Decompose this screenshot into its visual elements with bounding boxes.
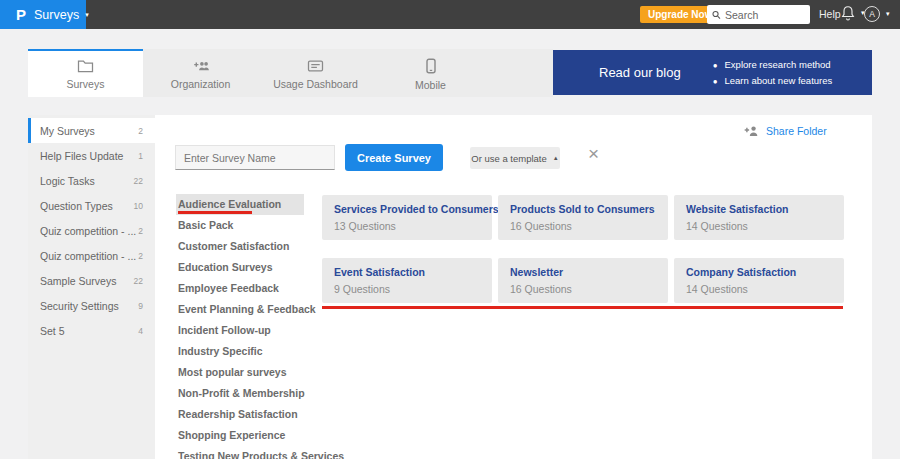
- bullet-dot: ●: [713, 77, 718, 86]
- sidebar-item-logic-tasks[interactable]: Logic Tasks 22: [28, 168, 155, 193]
- sidebar-item-help-files-update[interactable]: Help Files Update 1: [28, 143, 155, 168]
- close-icon[interactable]: ×: [588, 144, 599, 163]
- bell-icon: [841, 5, 855, 21]
- blog-banner-bullets: ●Explore research method ●Learn about ne…: [713, 57, 833, 89]
- sidebar-item-quiz-competition-1[interactable]: Quiz competition - ... 2: [28, 218, 155, 243]
- category-label: Incident Follow-up: [178, 324, 271, 336]
- sidebar-item-count: 2: [138, 126, 143, 136]
- bullet-dot: ●: [713, 61, 718, 70]
- category-label: Non-Profit & Membership: [178, 387, 305, 399]
- tab-organization[interactable]: Organization: [143, 49, 258, 97]
- sidebar-item-my-surveys[interactable]: My Surveys 2: [28, 118, 155, 143]
- category-label: Testing New Products & Services: [178, 450, 344, 459]
- add-person-icon: [744, 125, 759, 137]
- top-bar: P Surveys ▾ Upgrade Now Help ▾ A ▾: [0, 0, 900, 29]
- chevron-up-icon: ▲: [553, 155, 559, 161]
- tab-label: Organization: [171, 78, 231, 90]
- account-menu[interactable]: A ▾: [864, 6, 890, 22]
- category-audience-evaluation[interactable]: Audience Evaluation: [176, 194, 304, 215]
- category-industry-specific[interactable]: Industry Specific: [176, 341, 304, 362]
- category-most-popular-surveys[interactable]: Most popular surveys: [176, 362, 304, 383]
- category-label: Employee Feedback: [178, 282, 279, 294]
- annotation-underline-templates: [322, 306, 843, 309]
- sidebar-item-count: 2: [138, 226, 143, 236]
- sidebar-item-count: 1: [138, 151, 143, 161]
- notifications-button[interactable]: ▾: [841, 5, 865, 21]
- sidebar-item-set-5[interactable]: Set 5 4: [28, 318, 155, 343]
- category-label: Industry Specific: [178, 345, 263, 357]
- category-label: Shopping Experience: [178, 429, 285, 441]
- share-folder-button[interactable]: Share Folder: [744, 125, 827, 137]
- main-tab-bar: Surveys Organization Usage Dashboard Mob…: [28, 49, 553, 97]
- template-dropdown-label: Or use a template: [471, 153, 547, 164]
- category-event-planning-feedback[interactable]: Event Planning & Feedback: [176, 299, 304, 320]
- sidebar-item-count: 22: [134, 276, 143, 286]
- category-testing-new-products-services[interactable]: Testing New Products & Services: [176, 446, 304, 459]
- product-menu-label: Surveys: [34, 8, 79, 22]
- template-card-questions: 16 Questions: [510, 283, 656, 295]
- folder-icon: [77, 59, 94, 73]
- category-employee-feedback[interactable]: Employee Feedback: [176, 278, 304, 299]
- annotation-underline-category: [178, 211, 252, 214]
- tab-surveys[interactable]: Surveys: [28, 49, 143, 97]
- sidebar-item-count: 10: [134, 201, 143, 211]
- create-survey-button[interactable]: Create Survey: [345, 144, 443, 171]
- sidebar-item-count: 22: [134, 176, 143, 186]
- category-education-surveys[interactable]: Education Surveys: [176, 257, 304, 278]
- template-card-questions: 14 Questions: [686, 220, 832, 232]
- search-icon: [712, 10, 721, 20]
- read-our-blog-banner[interactable]: Read our blog ●Explore research method ●…: [553, 50, 872, 95]
- sidebar-item-question-types[interactable]: Question Types 10: [28, 193, 155, 218]
- template-card-newsletter[interactable]: Newsletter 16 Questions: [498, 258, 668, 303]
- template-card-event-satisfaction[interactable]: Event Satisfaction 9 Questions: [322, 258, 492, 303]
- category-label: Basic Pack: [178, 219, 233, 231]
- avatar: A: [864, 6, 880, 22]
- avatar-initial: A: [869, 9, 875, 19]
- template-card-website-satisfaction[interactable]: Website Satisfaction 14 Questions: [674, 195, 844, 240]
- category-shopping-experience[interactable]: Shopping Experience: [176, 425, 304, 446]
- template-dropdown[interactable]: Or use a template ▲: [470, 147, 560, 169]
- template-card-title: Services Provided to Consumers: [334, 203, 480, 215]
- sidebar-item-sample-surveys[interactable]: Sample Surveys 22: [28, 268, 155, 293]
- questionpro-logo: P: [16, 6, 26, 23]
- product-menu[interactable]: P Surveys ▾: [0, 0, 86, 29]
- category-readership-satisfaction[interactable]: Readership Satisfaction: [176, 404, 304, 425]
- category-non-profit-membership[interactable]: Non-Profit & Membership: [176, 383, 304, 404]
- category-basic-pack[interactable]: Basic Pack: [176, 215, 304, 236]
- sidebar-item-label: Help Files Update: [40, 150, 123, 162]
- tab-usage-dashboard[interactable]: Usage Dashboard: [258, 49, 373, 97]
- search-input[interactable]: [725, 9, 805, 21]
- sidebar-item-security-settings[interactable]: Security Settings 9: [28, 293, 155, 318]
- template-card-company-satisfaction[interactable]: Company Satisfaction 14 Questions: [674, 258, 844, 303]
- template-card-title: Newsletter: [510, 266, 656, 278]
- template-card-questions: 16 Questions: [510, 220, 656, 232]
- template-card-questions: 9 Questions: [334, 283, 480, 295]
- sidebar-item-count: 9: [138, 301, 143, 311]
- template-card-grid: Services Provided to Consumers 13 Questi…: [322, 195, 845, 321]
- template-card-products-sold-to-consumers[interactable]: Products Sold to Consumers 16 Questions: [498, 195, 668, 240]
- sidebar-item-label: Quiz competition - ...: [40, 250, 136, 262]
- template-card-services-provided-to-consumers[interactable]: Services Provided to Consumers 13 Questi…: [322, 195, 492, 240]
- template-card-questions: 14 Questions: [686, 283, 832, 295]
- sidebar-item-label: Logic Tasks: [40, 175, 95, 187]
- template-card-row: Services Provided to Consumers 13 Questi…: [322, 195, 845, 240]
- category-incident-follow-up[interactable]: Incident Follow-up: [176, 320, 304, 341]
- sidebar-item-label: Security Settings: [40, 300, 119, 312]
- mobile-icon: [425, 58, 437, 74]
- dashboard-icon: [307, 59, 324, 73]
- help-link[interactable]: Help: [819, 8, 841, 20]
- template-card-title: Products Sold to Consumers: [510, 203, 656, 215]
- sidebar-item-label: Quiz competition - ...: [40, 225, 136, 237]
- template-card-title: Company Satisfaction: [686, 266, 832, 278]
- tab-label: Mobile: [415, 79, 446, 91]
- category-label: Audience Evaluation: [178, 198, 281, 210]
- sidebar-item-label: Sample Surveys: [40, 275, 116, 287]
- category-customer-satisfaction[interactable]: Customer Satisfaction: [176, 236, 304, 257]
- category-label: Customer Satisfaction: [178, 240, 289, 252]
- survey-name-input[interactable]: [175, 145, 335, 170]
- sidebar-item-quiz-competition-2[interactable]: Quiz competition - ... 2: [28, 243, 155, 268]
- sidebar-item-label: Question Types: [40, 200, 113, 212]
- blog-bullet: ●Learn about new features: [713, 73, 833, 89]
- tab-mobile[interactable]: Mobile: [373, 49, 488, 97]
- share-folder-label: Share Folder: [766, 125, 827, 137]
